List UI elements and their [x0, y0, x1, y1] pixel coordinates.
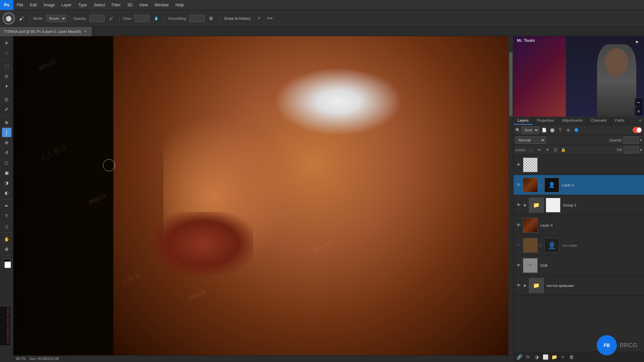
menu-edit[interactable]: Edit: [26, 0, 40, 10]
menu-layer[interactable]: Layer: [58, 0, 75, 10]
clone-stamp-tool[interactable]: ⊚: [2, 138, 11, 147]
opacity-input[interactable]: 36%: [90, 15, 105, 22]
menu-filter[interactable]: Filter: [108, 0, 124, 10]
crop-tool[interactable]: ⊡: [2, 95, 11, 104]
lock-artboard-icon[interactable]: ⊡: [552, 147, 558, 153]
webcam-text-icon[interactable]: A: [635, 107, 643, 115]
filter-pixel-icon[interactable]: 📄: [541, 127, 547, 133]
layer-link-button[interactable]: 🔗: [516, 353, 523, 361]
silhouette-icon: 👤: [548, 241, 556, 249]
menu-image[interactable]: Image: [40, 0, 58, 10]
layer-visibility-toggle[interactable]: 👁: [516, 162, 522, 168]
layer-adjustment-button[interactable]: ⬜: [542, 353, 549, 361]
fill-chevron[interactable]: ▾: [640, 148, 642, 152]
lock-pixels-icon[interactable]: ✏: [536, 147, 542, 153]
menu-file[interactable]: File: [13, 0, 26, 10]
move-tool[interactable]: ✛: [2, 38, 11, 48]
layer-fx-button[interactable]: fx: [524, 353, 532, 361]
hand-tool[interactable]: ✋: [2, 234, 11, 244]
text-tool[interactable]: T: [2, 211, 11, 221]
filter-toggle[interactable]: [633, 127, 642, 133]
layer-visibility-toggle[interactable]: 👁: [516, 262, 522, 268]
tab-close-button[interactable]: ×: [83, 29, 88, 34]
flow-input[interactable]: 100%: [135, 15, 150, 22]
layer-visibility-toggle[interactable]: 👁: [516, 283, 522, 289]
layer-row-ton-kozhi[interactable]: 👁 ⛓ 👤 тон кожи: [514, 235, 644, 255]
blend-mode-select[interactable]: Normal Multiply Screen Overlay: [516, 136, 546, 144]
dodge-tool[interactable]: ◐: [2, 188, 11, 197]
lock-position-icon[interactable]: ✛: [544, 147, 550, 153]
tab-adjustments[interactable]: Adjustments: [558, 117, 587, 125]
artboard-tool[interactable]: ⬚: [2, 48, 11, 58]
vertical-scrollbar[interactable]: [508, 36, 513, 357]
layer-new-button[interactable]: +: [559, 353, 567, 361]
brush-preset-picker[interactable]: ⬤: [3, 12, 15, 24]
filter-shape-icon[interactable]: 🔷: [573, 127, 580, 133]
canvas-area[interactable]: RRCG RRCG RRCG RRCG RRCG 人人素材 人人素材 人人素材 …: [13, 36, 513, 362]
layer-mask-button[interactable]: ◑: [533, 353, 540, 361]
filter-text-icon[interactable]: T: [557, 127, 564, 133]
healing-tool[interactable]: ⊕: [2, 118, 11, 127]
webcam-edit-icon[interactable]: ✏: [635, 99, 643, 107]
angle-icon[interactable]: ↗: [254, 14, 263, 23]
marquee-tool[interactable]: ⬚: [2, 61, 11, 71]
menu-window[interactable]: Window: [151, 0, 172, 10]
airbrush-icon[interactable]: 💧: [152, 14, 161, 23]
layer-visibility-toggle[interactable]: 👁: [516, 242, 522, 248]
layer-row-layer5[interactable]: 👁 ⛓ 👤 Layer 5: [514, 175, 644, 195]
gradient-tool[interactable]: ▣: [2, 168, 11, 177]
background-color-swatch[interactable]: [4, 261, 11, 268]
quick-select-tool[interactable]: ✦: [2, 81, 11, 91]
layer-row-group-bottom[interactable]: 👁 ▶ 📁 чистка кривыми: [514, 276, 644, 296]
opacity-chevron[interactable]: ▾: [640, 138, 642, 142]
opacity-value-input[interactable]: 100%: [624, 136, 639, 144]
brush-tool[interactable]: ∫: [2, 128, 11, 137]
smoothing-input[interactable]: 0%: [190, 15, 205, 22]
shape-tool[interactable]: △: [2, 221, 11, 231]
tab-layers[interactable]: Layers: [514, 117, 533, 125]
layer-group-button[interactable]: 📁: [550, 353, 558, 361]
filter-kind-select[interactable]: Kind: [522, 126, 539, 134]
lock-all-icon[interactable]: 🔒: [560, 147, 567, 153]
zoom-tool[interactable]: ⊕: [2, 244, 11, 254]
brush-tool-icon[interactable]: 🖌: [17, 14, 26, 23]
group-expand-icon[interactable]: ▶: [523, 203, 528, 207]
brush-mode-select[interactable]: Brush Pencil: [46, 15, 66, 22]
menu-select[interactable]: Select: [90, 0, 108, 10]
menu-type[interactable]: Type: [75, 0, 90, 10]
document-tab[interactable]: TITANIA.psd @ 66,7% (Layer 5, Layer Mask…: [0, 27, 92, 36]
pressure-opacity-icon[interactable]: 🖊: [107, 14, 116, 23]
tab-properties[interactable]: Properties: [533, 117, 558, 125]
layer-row-dnb[interactable]: 👁 ≈ DnB: [514, 255, 644, 276]
eyedropper-tool[interactable]: ✐: [2, 105, 11, 114]
menu-help[interactable]: Help: [172, 0, 187, 10]
lasso-tool[interactable]: ⊙: [2, 71, 11, 81]
smoothing-settings-icon[interactable]: ⚙: [207, 14, 216, 23]
tab-channels[interactable]: Channels: [587, 117, 611, 125]
v-scroll-thumb[interactable]: [509, 52, 513, 117]
layer-row-group1[interactable]: 👁 ▶ 📁 Group 1: [514, 195, 644, 215]
filter-adjustment-icon[interactable]: ⬤: [549, 127, 555, 133]
layer-visibility-toggle[interactable]: 👁: [516, 222, 522, 228]
webcam-play-button[interactable]: ▶: [634, 38, 641, 45]
panel-options-button[interactable]: ≡: [637, 117, 644, 125]
history-brush-tool[interactable]: ↺: [2, 148, 11, 157]
layer-delete-button[interactable]: 🗑: [568, 353, 575, 361]
layer-row-layer4[interactable]: 👁 Layer 4: [514, 215, 644, 235]
eraser-tool[interactable]: ◻: [2, 158, 11, 167]
filter-smart-icon[interactable]: ⊕: [565, 127, 572, 133]
menu-3d[interactable]: 3D: [124, 0, 136, 10]
menu-view[interactable]: View: [136, 0, 151, 10]
tab-paths[interactable]: Paths: [611, 117, 629, 125]
layer-visibility-toggle[interactable]: 👁: [516, 202, 522, 208]
group-expand-icon[interactable]: ▶: [523, 283, 528, 288]
zoom-level: 66.7%: [16, 357, 25, 361]
blur-tool[interactable]: ◑: [2, 178, 11, 187]
pen-tool[interactable]: ✒: [2, 201, 11, 210]
erase-to-history-button[interactable]: Erase to History: [223, 16, 252, 20]
symmetry-icon[interactable]: ⟺: [265, 14, 275, 23]
lock-transparent-icon[interactable]: ⬚: [528, 147, 534, 153]
layer-visibility-toggle[interactable]: 👁: [516, 182, 522, 188]
fill-value-input[interactable]: 100%: [624, 146, 639, 154]
layer-row-checker[interactable]: 👁: [514, 155, 644, 175]
